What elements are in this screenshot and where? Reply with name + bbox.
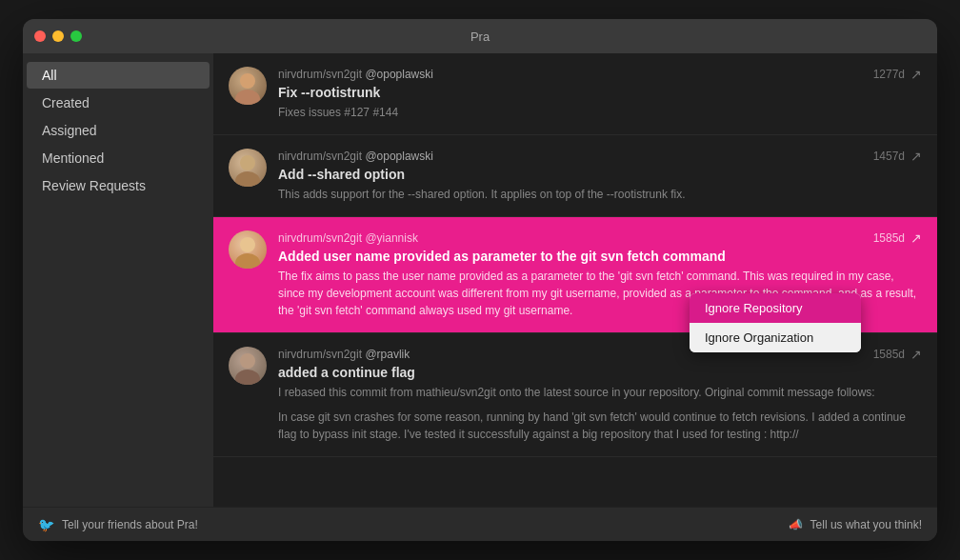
twitter-icon: 🐦 bbox=[38, 517, 54, 532]
svg-point-1 bbox=[235, 90, 260, 105]
svg-point-7 bbox=[235, 370, 260, 385]
pr-list: nirvdrum/svn2git @opoplawski 1277d ↗ Fix… bbox=[213, 53, 937, 507]
pr-content-4: nirvdrum/svn2git @rpavlik 1585d ↗ added … bbox=[278, 347, 922, 443]
pr-header-2: nirvdrum/svn2git @opoplawski 1457d ↗ bbox=[278, 149, 922, 164]
pr-meta-3: nirvdrum/svn2git @yiannisk bbox=[278, 231, 418, 245]
pr-title-3: Added user name provided as parameter to… bbox=[278, 249, 922, 264]
pr-meta-1: nirvdrum/svn2git @opoplawski bbox=[278, 68, 433, 81]
pr-desc-2: This adds support for the --shared optio… bbox=[278, 186, 922, 203]
pr-header-3: nirvdrum/svn2git @yiannisk 1585d ↗ bbox=[278, 230, 922, 246]
pr-content-2: nirvdrum/svn2git @opoplawski 1457d ↗ Add… bbox=[278, 149, 922, 203]
main-content: All Created Assigned Mentioned Review Re… bbox=[23, 53, 937, 507]
external-link-icon-2[interactable]: ↗ bbox=[910, 149, 922, 164]
maximize-button[interactable] bbox=[70, 30, 82, 42]
minimize-button[interactable] bbox=[52, 30, 64, 42]
context-menu-item-ignore-repo[interactable]: Ignore Repository bbox=[690, 293, 861, 323]
footer-right: 📣 Tell us what you think! bbox=[789, 518, 922, 531]
external-link-icon-3[interactable]: ↗ bbox=[910, 230, 922, 246]
pr-desc-1: Fixes issues #127 #144 bbox=[278, 104, 922, 121]
megaphone-icon: 📣 bbox=[789, 518, 803, 531]
context-menu-item-ignore-org[interactable]: Ignore Organization bbox=[690, 323, 861, 352]
pr-meta-4: nirvdrum/svn2git @rpavlik bbox=[278, 348, 410, 361]
pr-desc-4: I rebased this commit from mathieu/svn2g… bbox=[278, 384, 922, 401]
traffic-lights bbox=[34, 30, 82, 42]
svg-point-6 bbox=[240, 353, 255, 369]
pr-item-2[interactable]: nirvdrum/svn2git @opoplawski 1457d ↗ Add… bbox=[213, 135, 937, 217]
sidebar-item-created[interactable]: Created bbox=[27, 90, 210, 116]
titlebar: Pra bbox=[23, 19, 937, 53]
sidebar-item-review-requests[interactable]: Review Requests bbox=[27, 172, 210, 199]
pr-age-4: 1585d bbox=[873, 348, 905, 361]
pr-title-2: Add --shared option bbox=[278, 167, 922, 182]
avatar-3 bbox=[229, 230, 267, 269]
external-link-icon-4[interactable]: ↗ bbox=[910, 347, 922, 362]
sidebar-item-assigned[interactable]: Assigned bbox=[27, 117, 210, 144]
pr-header-1: nirvdrum/svn2git @opoplawski 1277d ↗ bbox=[278, 67, 922, 82]
footer-right-text: Tell us what you think! bbox=[810, 518, 922, 531]
app-title: Pra bbox=[470, 30, 490, 44]
avatar-1 bbox=[229, 67, 267, 105]
svg-point-4 bbox=[240, 237, 255, 252]
pr-item-1[interactable]: nirvdrum/svn2git @opoplawski 1277d ↗ Fix… bbox=[213, 53, 937, 135]
pr-age-2: 1457d bbox=[873, 150, 905, 163]
sidebar-item-all[interactable]: All bbox=[27, 62, 210, 89]
pr-title-4: added a continue flag bbox=[278, 365, 922, 380]
svg-point-3 bbox=[235, 171, 260, 187]
sidebar-item-mentioned[interactable]: Mentioned bbox=[27, 145, 210, 171]
external-link-icon-1[interactable]: ↗ bbox=[910, 67, 922, 82]
pr-title-1: Fix --rootistrunk bbox=[278, 85, 922, 100]
avatar-4 bbox=[229, 347, 267, 385]
app-window: Pra All Created Assigned Mentioned Revie… bbox=[23, 19, 937, 541]
context-menu: Ignore Repository Ignore Organization bbox=[690, 293, 861, 352]
sidebar: All Created Assigned Mentioned Review Re… bbox=[23, 53, 213, 507]
svg-point-0 bbox=[240, 73, 255, 89]
footer-left: 🐦 Tell your friends about Pra! bbox=[38, 517, 198, 532]
footer: 🐦 Tell your friends about Pra! 📣 Tell us… bbox=[23, 507, 937, 541]
pr-age-1: 1277d bbox=[873, 68, 905, 81]
footer-left-text: Tell your friends about Pra! bbox=[62, 518, 198, 531]
pr-item-3[interactable]: nirvdrum/svn2git @yiannisk 1585d ↗ Added… bbox=[213, 217, 937, 333]
pr-desc-4b: In case git svn crashes for some reason,… bbox=[278, 409, 922, 443]
avatar-2 bbox=[229, 149, 267, 187]
pr-content-1: nirvdrum/svn2git @opoplawski 1277d ↗ Fix… bbox=[278, 67, 922, 121]
svg-point-2 bbox=[240, 155, 255, 170]
close-button[interactable] bbox=[34, 30, 46, 42]
pr-meta-2: nirvdrum/svn2git @opoplawski bbox=[278, 150, 433, 163]
svg-point-5 bbox=[235, 253, 260, 269]
pr-age-3: 1585d bbox=[873, 231, 905, 245]
